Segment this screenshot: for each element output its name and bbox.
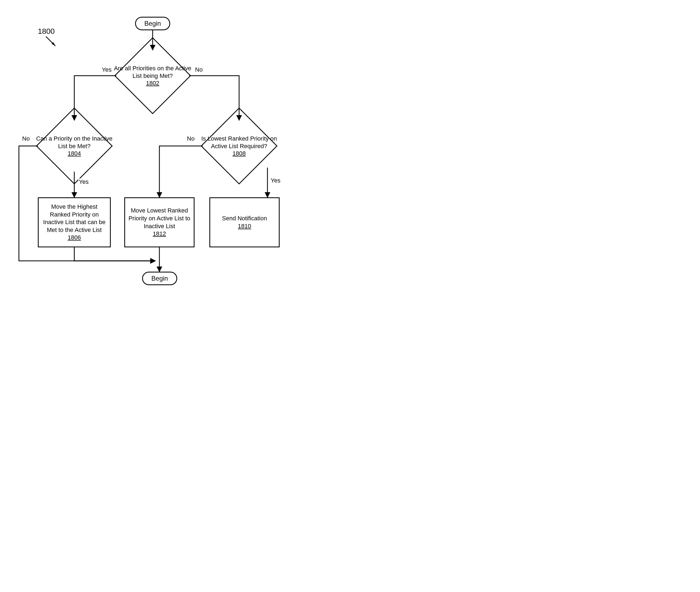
process-1810-ref: 1810 (238, 223, 251, 230)
decision-1808-text: Is Lowest Ranked Priority on Active List… (201, 135, 277, 149)
process-1806: Move the Highest Ranked Priority on Inac… (38, 197, 111, 247)
edge-label-1802-no: No (195, 66, 203, 73)
decision-1804-text: Can a Priority on the Inactive List be M… (36, 135, 112, 149)
process-1806-text: Move the Highest Ranked Priority on Inac… (43, 203, 105, 233)
decision-1808-ref: 1808 (233, 150, 246, 157)
process-1810: Send Notification 1810 (209, 197, 280, 247)
figure-ref-arrow-icon (45, 35, 61, 51)
edge-label-1808-yes: Yes (270, 177, 281, 184)
edge-label-1808-no: No (186, 135, 195, 142)
terminal-end-label: Begin (151, 275, 168, 282)
decision-1804: Can a Priority on the Inactive List be M… (29, 119, 120, 173)
decision-1808: Is Lowest Ranked Priority on Active List… (193, 119, 285, 173)
edge-label-1802-yes: Yes (101, 66, 112, 73)
decision-1802-text: Are all Priorities on the Active List be… (114, 65, 191, 79)
edge-label-1804-no: No (21, 135, 30, 142)
edge-label-1804-yes: Yes (78, 179, 89, 186)
decision-1802-ref: 1802 (146, 80, 159, 87)
process-1812-text: Move Lowest Ranked Priority on Active Li… (128, 207, 191, 229)
process-1812: Move Lowest Ranked Priority on Active Li… (124, 197, 195, 247)
process-1810-text: Send Notification (222, 215, 267, 221)
terminal-end: Begin (142, 272, 177, 285)
decision-1802: Are all Priorities on the Active List be… (107, 49, 199, 103)
figure-ref-label: 1800 (38, 27, 55, 36)
process-1812-ref: 1812 (153, 230, 166, 237)
process-1806-ref: 1806 (68, 234, 81, 241)
terminal-start-label: Begin (144, 20, 161, 27)
flowchart-1800: 1800 Begin Are all Priorities on the Act… (0, 0, 350, 296)
terminal-start: Begin (135, 17, 170, 30)
decision-1804-ref: 1804 (68, 150, 81, 157)
